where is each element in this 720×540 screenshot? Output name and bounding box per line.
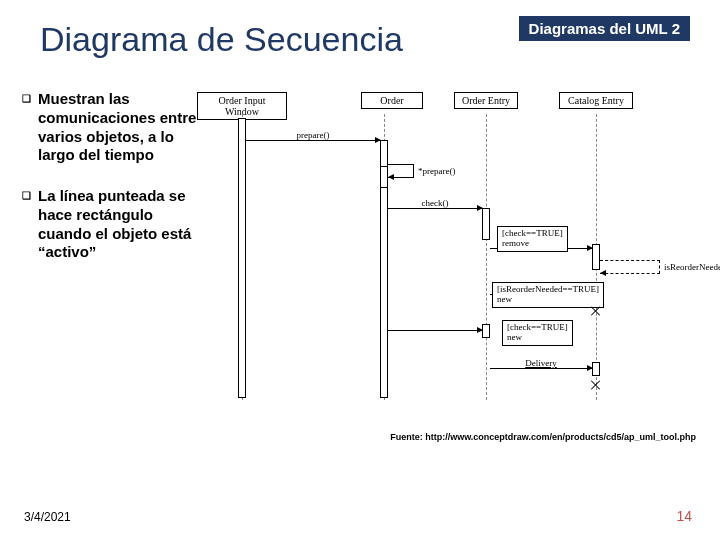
lifeline-dash (486, 114, 487, 400)
source-label: Fuente: (390, 432, 425, 442)
message-label: check() (420, 198, 451, 208)
page-number: 14 (676, 508, 692, 524)
message-arrow (388, 330, 482, 331)
activation-bar (482, 208, 490, 240)
activation-bar (592, 362, 600, 376)
message-arrow: check() (388, 208, 482, 209)
activation-bar (482, 324, 490, 338)
list-item: ❑ La línea punteada se hace rectángulo c… (22, 187, 202, 262)
bullet-mark-icon: ❑ (22, 190, 38, 262)
category-badge: Diagramas del UML 2 (519, 16, 690, 41)
bullet-text: Muestran las comunicaciones entre varios… (38, 90, 202, 165)
list-item: ❑ Muestran las comunicaciones entre vari… (22, 90, 202, 165)
message-label: *prepare() (418, 166, 455, 176)
guard-note: [check==TRUE]remove (497, 226, 568, 252)
bullet-list: ❑ Muestran las comunicaciones entre vari… (22, 90, 202, 284)
lifeline-oel: Order Entry (454, 92, 518, 109)
message-label: Delivery (523, 358, 559, 368)
bullet-mark-icon: ❑ (22, 93, 38, 165)
guard-note: [check==TRUE]new (502, 320, 573, 346)
guard-note: [isReorderNeeded==TRUE]new (492, 282, 604, 308)
bullet-text: La línea punteada se hace rectángulo cua… (38, 187, 202, 262)
footer-date: 3/4/2021 (24, 510, 71, 524)
message-arrow: prepare() (246, 140, 380, 141)
destroy-icon (591, 380, 601, 390)
self-message (600, 260, 660, 274)
lifeline-order: Order (361, 92, 423, 109)
activation-bar (592, 244, 600, 270)
message-label: isReorderNeeded() (664, 262, 720, 272)
page-title: Diagrama de Secuencia (40, 20, 403, 59)
source-url: http://www.conceptdraw.com/en/products/c… (425, 432, 696, 442)
activation-bar (238, 118, 246, 398)
lifeline-cel: Catalog Entry (559, 92, 633, 109)
message-label: prepare() (295, 130, 332, 140)
message-arrow: Delivery (490, 368, 592, 369)
activation-bar (380, 166, 388, 188)
source-citation: Fuente: http://www.conceptdraw.com/en/pr… (390, 432, 696, 442)
destroy-icon (591, 306, 601, 316)
sequence-diagram: Order Input WindowOrderOrder EntryCatalo… (214, 92, 702, 412)
